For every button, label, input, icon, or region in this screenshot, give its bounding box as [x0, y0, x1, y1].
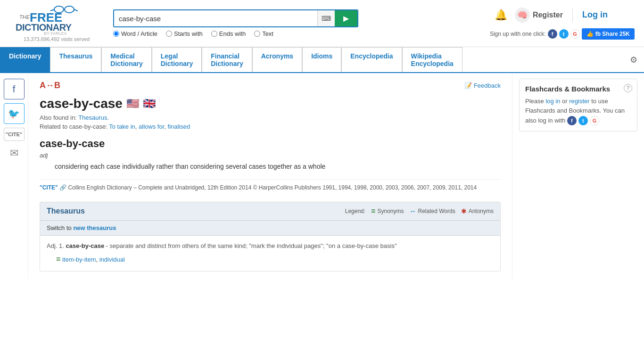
synonyms-bullet-icon: ≡ [56, 255, 60, 263]
register-button[interactable]: 🧠 Register [515, 8, 563, 23]
facebook-share-sidebar-button[interactable]: f [4, 79, 25, 99]
register-icon: 🧠 [515, 8, 530, 23]
visits-count: 13,373,696,492 visits served [24, 36, 90, 42]
search-input[interactable] [114, 12, 317, 25]
synonym-item-by-item[interactable]: item-by-item [62, 256, 96, 263]
search-area: ⌨ ► Word / Article Starts with Ends with… [113, 9, 358, 37]
tab-acronyms[interactable]: Acronyms [252, 47, 302, 72]
bell-icon[interactable]: 🔔 [495, 9, 507, 21]
keyboard-button[interactable]: ⌨ [317, 10, 335, 26]
adj-word: case-by-case [66, 242, 104, 249]
tab-medical-dictionary[interactable]: MedicalDictionary [101, 47, 151, 72]
logo-area: THE FREE DICTIONARY BY FARLEX 13,373,696… [9, 5, 104, 42]
synonym-individual[interactable]: individual [99, 256, 125, 263]
uk-flag-icon[interactable]: 🇬🇧 [143, 98, 156, 110]
signin-row: Sign up with one click: f t G 👍 fb Share… [490, 28, 635, 40]
svg-point-1 [65, 6, 74, 13]
thesaurus-content: Adj. 1. case-by-case - separate and dist… [40, 236, 500, 271]
cite-line: "CITE" 🔗 Collins English Dictionary – Co… [40, 179, 501, 192]
related-link-to-take-in[interactable]: To take in [109, 123, 135, 130]
navigation-bar: Dictionary Thesaurus MedicalDictionary L… [0, 47, 644, 73]
thesaurus-section: Thesaurus Legend: ≡ Synonyms ↔ Related W… [40, 202, 501, 271]
related-icon: ↔ [409, 207, 416, 215]
facebook-signin-icon[interactable]: f [548, 29, 557, 39]
cite-link-icon: 🔗 [59, 184, 68, 191]
radio-options: Word / Article Starts with Ends with Tex… [113, 30, 358, 37]
tab-encyclopedia[interactable]: Encyclopedia [341, 47, 402, 72]
related-line: Related to case-by-case: To take in, all… [40, 123, 501, 130]
cite-label-button[interactable]: "CITE" [40, 184, 58, 191]
svg-text:THE: THE [19, 14, 30, 20]
definition-text: considering each case individually rathe… [55, 162, 501, 172]
cite-sidebar-button[interactable]: "CITE" [4, 128, 25, 141]
feedback-button[interactable]: 📝 Feedback [464, 82, 501, 89]
thesaurus-link[interactable]: Thesaurus [78, 114, 107, 121]
logo[interactable]: THE FREE DICTIONARY BY FARLEX [12, 5, 101, 35]
search-box-row: ⌨ ► [113, 9, 358, 27]
login-button[interactable]: Log in [582, 10, 608, 20]
word-title: case-by-case 🇺🇸 🇬🇧 [40, 96, 501, 111]
radio-starts-with[interactable]: Starts with [166, 30, 203, 37]
main-content: A↔B 📝 Feedback case-by-case 🇺🇸 🇬🇧 Also f… [28, 73, 512, 279]
settings-button[interactable]: ⚙ [623, 47, 644, 72]
google-login-icon[interactable]: G [590, 116, 599, 125]
search-button[interactable]: ► [335, 10, 357, 26]
antonyms-icon: ✱ [461, 207, 467, 215]
also-found-line: Also found in: Thesaurus. [40, 114, 501, 121]
svg-line-4 [74, 9, 78, 11]
related-legend: ↔ Related Words [409, 207, 455, 215]
thesaurus-header: Thesaurus Legend: ≡ Synonyms ↔ Related W… [40, 202, 500, 220]
part-of-speech: adj [40, 152, 501, 159]
radio-word-article[interactable]: Word / Article [113, 30, 157, 37]
social-login-row: f t G [567, 116, 599, 125]
google-signin-icon[interactable]: G [570, 29, 580, 39]
tab-dictionary[interactable]: Dictionary [0, 47, 50, 72]
tab-financial-dictionary[interactable]: FinancialDictionary [202, 47, 252, 72]
flashcards-title: Flashcards & Bookmarks [525, 85, 631, 93]
related-link-finalised[interactable]: finalised [168, 123, 190, 130]
synonyms-icon: ≡ [371, 207, 375, 215]
adj-label: Adj. 1. [47, 242, 66, 249]
adj-line: Adj. 1. case-by-case - separate and dist… [47, 241, 494, 251]
auth-buttons: 🧠 Register Log in [515, 8, 608, 23]
email-sidebar-button[interactable]: ✉ [4, 145, 25, 162]
twitter-signin-icon[interactable]: t [559, 29, 569, 39]
tab-idioms[interactable]: Idioms [302, 47, 341, 72]
main-layout: f 🐦 "CITE" ✉ A↔B 📝 Feedback case-by-case… [0, 73, 644, 279]
new-thesaurus-bar: Switch to new thesaurus [40, 220, 500, 236]
new-thesaurus-link[interactable]: new thesaurus [73, 224, 116, 231]
synonyms-legend: ≡ Synonyms [371, 207, 404, 215]
thesaurus-section-title: Thesaurus [47, 207, 85, 215]
definition-section: case-by-case adj considering each case i… [40, 138, 501, 192]
radio-text[interactable]: Text [254, 30, 273, 37]
top-row: A↔B 📝 Feedback [40, 81, 501, 90]
auth-area: 🔔 🧠 Register Log in Sign up with one cli… [490, 8, 635, 40]
synonyms-list: ≡ item-by-item, individual [56, 253, 494, 265]
right-sidebar: Flashcards & Bookmarks ? Please log in o… [512, 73, 644, 279]
flashcards-text: Please log in or register to use Flashca… [525, 97, 631, 125]
tab-wikipedia-encyclopedia[interactable]: WikipediaEncyclopedia [402, 47, 462, 72]
flashcards-help-button[interactable]: ? [624, 84, 632, 92]
related-link-allows-for[interactable]: allows for [139, 123, 164, 130]
facebook-share-button[interactable]: 👍 fb Share 25K [582, 28, 635, 40]
svg-text:BY FARLEX: BY FARLEX [44, 31, 67, 35]
translate-button[interactable]: A↔B [40, 81, 60, 90]
us-flag-icon[interactable]: 🇺🇸 [126, 98, 139, 110]
tab-legal-dictionary[interactable]: LegalDictionary [152, 47, 202, 72]
twitter-share-sidebar-button[interactable]: 🐦 [4, 103, 25, 124]
flashcards-login-link[interactable]: log in [545, 98, 560, 105]
header: THE FREE DICTIONARY BY FARLEX 13,373,696… [0, 0, 644, 47]
antonyms-legend: ✱ Antonyms [461, 207, 494, 215]
radio-ends-with[interactable]: Ends with [211, 30, 246, 37]
tab-thesaurus[interactable]: Thesaurus [50, 47, 101, 72]
flashcards-register-link[interactable]: register [569, 98, 589, 105]
legend: Legend: ≡ Synonyms ↔ Related Words ✱ Ant… [345, 207, 494, 215]
adj-description: - separate and distinct from others of t… [104, 242, 396, 249]
legend-label: Legend: [345, 208, 365, 214]
twitter-login-icon[interactable]: t [578, 116, 588, 125]
definition-word: case-by-case [40, 138, 501, 150]
left-sidebar: f 🐦 "CITE" ✉ [0, 73, 28, 279]
facebook-login-icon[interactable]: f [567, 116, 577, 125]
flashcards-box: Flashcards & Bookmarks ? Please log in o… [519, 79, 637, 132]
